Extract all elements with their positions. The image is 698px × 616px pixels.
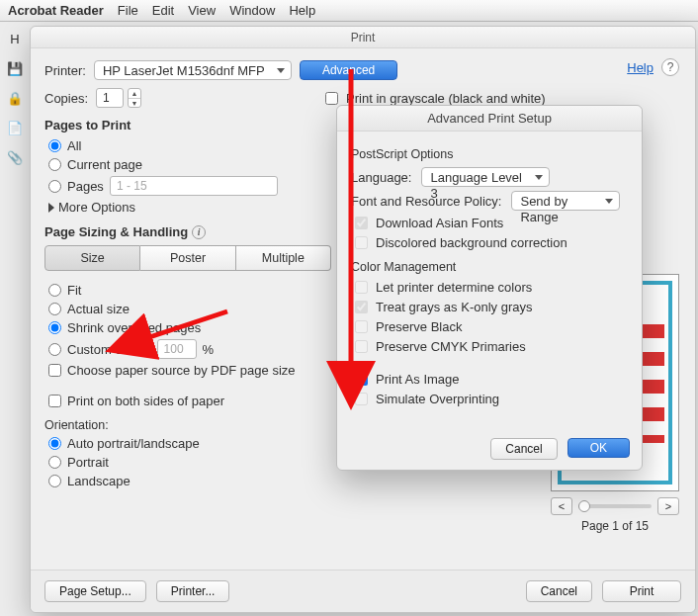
radio-pages[interactable]: [48, 180, 61, 193]
page-icon[interactable]: 📄: [4, 117, 26, 138]
simulate-overprint-checkbox: [355, 393, 368, 405]
home-icon[interactable]: H: [4, 28, 26, 49]
printer-label: Printer:: [44, 63, 86, 78]
printer-select[interactable]: HP LaserJet M1536dnf MFP: [94, 60, 292, 80]
left-tool-icons: H 💾 🔒 📄 📎: [4, 28, 26, 168]
help-link[interactable]: Help: [627, 60, 654, 75]
page-setup-button[interactable]: Page Setup...: [44, 580, 146, 602]
radio-actual[interactable]: [48, 303, 61, 315]
discolor-checkbox: [355, 236, 368, 249]
adv-ok-button[interactable]: OK: [567, 438, 630, 458]
menu-edit[interactable]: Edit: [152, 3, 174, 18]
printer-button[interactable]: Printer...: [156, 580, 230, 602]
advanced-button[interactable]: Advanced: [300, 60, 397, 80]
menu-window[interactable]: Window: [229, 3, 275, 18]
info-icon[interactable]: i: [192, 225, 206, 239]
postscript-head: PostScript Options: [351, 147, 628, 161]
preserve-cmyk-checkbox: [355, 340, 368, 353]
radio-portrait[interactable]: [48, 456, 61, 469]
app-name: Acrobat Reader: [8, 3, 104, 18]
next-page-button[interactable]: >: [657, 497, 679, 515]
treat-gray-checkbox: [355, 301, 368, 313]
print-button[interactable]: Print: [602, 580, 681, 602]
font-policy-label: Font and Resource Policy:: [351, 194, 501, 209]
tab-poster[interactable]: Poster: [140, 245, 235, 271]
copies-label: Copies:: [44, 91, 88, 106]
menu-bar: Acrobat Reader File Edit View Window Hel…: [0, 0, 698, 22]
menu-view[interactable]: View: [188, 3, 216, 18]
disclosure-triangle-icon: [48, 203, 54, 213]
choose-paper-checkbox[interactable]: [48, 364, 61, 377]
copies-input[interactable]: [96, 88, 124, 108]
page-slider[interactable]: [578, 504, 652, 508]
radio-landscape[interactable]: [48, 475, 61, 487]
grayscale-label: Print in grayscale (black and white): [346, 91, 546, 106]
attach-icon[interactable]: 📎: [4, 146, 26, 168]
radio-shrink[interactable]: [48, 321, 61, 334]
copies-stepper[interactable]: ▲▼: [128, 88, 141, 108]
pages-range-input[interactable]: [110, 176, 278, 196]
dialog-title: Print: [31, 27, 695, 48]
menu-help[interactable]: Help: [289, 3, 315, 18]
adv-cancel-button[interactable]: Cancel: [490, 438, 557, 460]
radio-custom[interactable]: [48, 343, 61, 356]
radio-auto-orient[interactable]: [48, 437, 61, 450]
save-icon[interactable]: 💾: [4, 57, 26, 79]
let-printer-checkbox: [355, 281, 368, 294]
language-select[interactable]: Language Level 3: [421, 167, 550, 187]
help-icon[interactable]: ?: [661, 58, 679, 76]
lock-icon[interactable]: 🔒: [4, 87, 26, 109]
page-indicator: Page 1 of 15: [551, 519, 679, 533]
prev-page-button[interactable]: <: [551, 497, 572, 515]
sizing-head: Page Sizing & Handling: [44, 224, 188, 239]
font-policy-select[interactable]: Send by Range: [511, 191, 620, 211]
tab-size[interactable]: Size: [44, 245, 140, 271]
print-as-image-checkbox[interactable]: [355, 373, 368, 386]
radio-all[interactable]: [48, 139, 61, 152]
preserve-black-checkbox: [355, 320, 368, 333]
both-sides-checkbox[interactable]: [48, 395, 61, 407]
dl-asian-checkbox: [355, 217, 368, 229]
radio-current[interactable]: [48, 158, 61, 171]
cancel-button[interactable]: Cancel: [526, 580, 592, 602]
color-mgmt-head: Color Management: [351, 260, 628, 274]
grayscale-checkbox[interactable]: [325, 92, 338, 105]
advanced-title: Advanced Print Setup: [337, 106, 642, 132]
radio-fit[interactable]: [48, 284, 61, 297]
custom-scale-input[interactable]: [157, 339, 197, 359]
advanced-print-dialog: Advanced Print Setup PostScript Options …: [336, 105, 643, 471]
language-label: Language:: [351, 170, 411, 185]
tab-multiple[interactable]: Multiple: [236, 245, 331, 271]
menu-file[interactable]: File: [118, 3, 138, 18]
